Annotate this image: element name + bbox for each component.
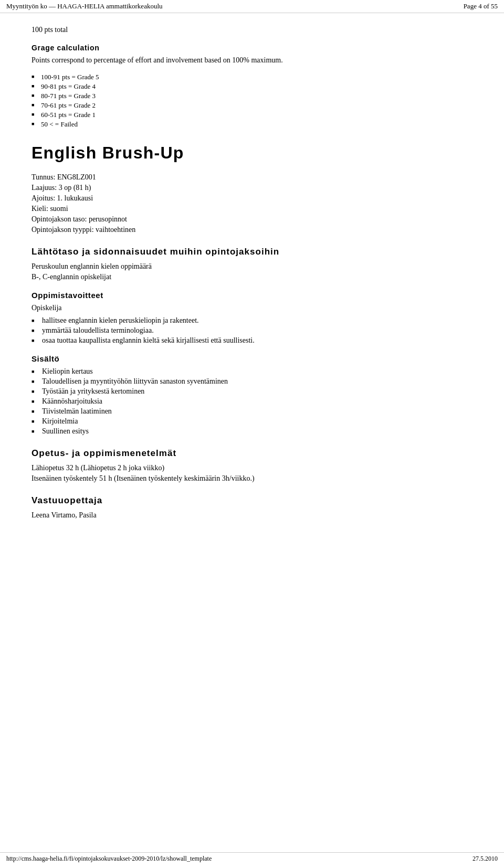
course-meta-taso: Opintojakson taso: perusopinnot [32, 215, 472, 224]
methods-text-1: Lähiopetus 32 h (Lähiopetus 2 h joka vii… [32, 464, 472, 472]
content-item: Kirjoitelmia [32, 417, 472, 426]
header: Myyntityön ko — HAAGA-HELIA ammattikorke… [0, 0, 504, 13]
content-item: Suullinen esitys [32, 427, 472, 436]
grade-calc-heading: Grage calculation [32, 44, 472, 52]
methods-heading: Opetus- ja oppimismenetelmät [32, 448, 472, 459]
course-meta-laajuus: Laajuus: 3 op (81 h) [32, 184, 472, 192]
prerequisite-1: Peruskoulun englannin kielen oppimäärä [32, 262, 472, 271]
grade-list-item: 70-61 pts = Grade 2 [32, 101, 472, 110]
content-item: Käännösharjoituksia [32, 397, 472, 406]
course-meta-kieli: Kieli: suomi [32, 205, 472, 213]
content-item: Kieliopin kertaus [32, 367, 472, 376]
student-label: Opiskelija [32, 304, 472, 312]
content-heading: Sisältö [32, 354, 472, 363]
footer: http://cms.haaga-helia.fi/fi/opintojakso… [0, 852, 504, 863]
prerequisites-heading: Lähtötaso ja sidonnaisuudet muihin opint… [32, 247, 472, 257]
course-title: English Brush-Up [32, 143, 472, 163]
content-item: Taloudellisen ja myyntityöhön liittyvän … [32, 377, 472, 386]
course-meta-block: Tunnus: ENG8LZ001 Laajuus: 3 op (81 h) A… [32, 173, 472, 234]
course-meta-tyyppi: Opintojakson tyyppi: vaihtoehtinen [32, 226, 472, 234]
grade-list: 100-91 pts = Grade 5 90-81 pts = Grade 4… [32, 73, 472, 129]
responsible-heading: Vastuuopettaja [32, 495, 472, 506]
footer-date: 27.5.2010 [472, 855, 498, 863]
pts-total: 100 pts total [32, 26, 472, 34]
grade-list-item: 60-51 pts = Grade 1 [32, 111, 472, 119]
prerequisite-2: B-, C-englannin opiskelijat [32, 273, 472, 281]
content: 100 pts total Grage calculation Points c… [0, 13, 504, 543]
points-desc: Points correspond to percentage of effor… [32, 56, 472, 65]
outcome-item: hallitsee englannin kielen peruskieliopi… [32, 316, 472, 325]
methods-text-2: Itsenäinen työskentely 51 h (Itsenäinen … [32, 474, 472, 483]
responsible-text: Leena Virtamo, Pasila [32, 511, 472, 520]
content-item: Tiivistelmän laatiminen [32, 407, 472, 416]
content-list: Kieliopin kertaus Taloudellisen ja myynt… [32, 367, 472, 436]
grade-list-item: 100-91 pts = Grade 5 [32, 73, 472, 81]
outcome-item: osaa tuottaa kaupallista englannin kielt… [32, 336, 472, 345]
header-title: Myyntityön ko — HAAGA-HELIA ammattikorke… [6, 2, 163, 10]
outcome-item: ymmärtää taloudellista terminologiaa. [32, 326, 472, 335]
grade-list-item: 90-81 pts = Grade 4 [32, 82, 472, 91]
header-page: Page 4 of 55 [464, 2, 498, 10]
footer-url: http://cms.haaga-helia.fi/fi/opintojakso… [6, 855, 212, 863]
course-meta-ajoitus: Ajoitus: 1. lukukausi [32, 194, 472, 203]
outcomes-list: hallitsee englannin kielen peruskieliopi… [32, 316, 472, 345]
learning-outcomes-heading: Oppimistavoitteet [32, 291, 472, 300]
grade-list-item: 80-71 pts = Grade 3 [32, 92, 472, 100]
grade-list-item: 50 < = Failed [32, 120, 472, 129]
course-meta-tunnus: Tunnus: ENG8LZ001 [32, 173, 472, 182]
content-item: Työstään ja yrityksestä kertominen [32, 387, 472, 396]
